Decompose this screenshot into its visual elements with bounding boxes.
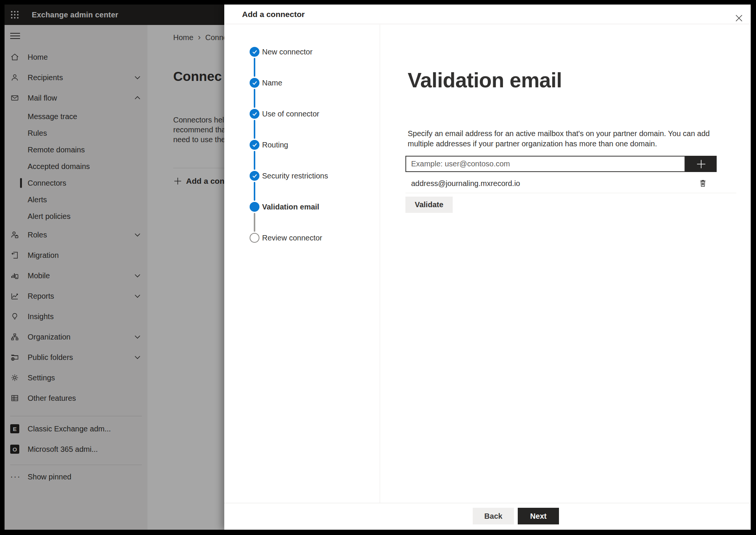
step-connector-line bbox=[254, 151, 255, 170]
step-routing[interactable]: Routing bbox=[224, 140, 380, 150]
next-button[interactable]: Next bbox=[518, 508, 559, 524]
content-divider bbox=[405, 193, 736, 193]
close-icon bbox=[735, 14, 743, 22]
step-use-of-connector[interactable]: Use of connector bbox=[224, 109, 380, 119]
step-connector-line bbox=[254, 120, 255, 139]
plus-icon bbox=[695, 158, 707, 170]
back-button[interactable]: Back bbox=[473, 508, 514, 524]
step-heading: Validation email bbox=[408, 68, 562, 92]
step-new-connector[interactable]: New connector bbox=[224, 47, 380, 57]
app-screen: Exchange admin center Home Recipients Ma… bbox=[5, 5, 751, 530]
step-description: Specify an email address for an active m… bbox=[408, 129, 710, 149]
step-connector-line bbox=[254, 182, 255, 201]
email-address-row: address@journaling.mxrecord.io bbox=[411, 178, 717, 189]
step-todo-icon bbox=[250, 233, 259, 243]
step-validation-email-current[interactable]: Validation email bbox=[224, 202, 380, 212]
step-review-connector[interactable]: Review connector bbox=[224, 233, 380, 243]
step-done-icon bbox=[250, 47, 259, 57]
dialog-footer: Back Next bbox=[224, 503, 751, 530]
step-done-icon bbox=[250, 140, 259, 150]
step-connector-line bbox=[254, 213, 255, 232]
delete-address-button[interactable] bbox=[697, 177, 709, 189]
step-connector-line bbox=[254, 58, 255, 77]
step-done-icon bbox=[250, 78, 259, 88]
step-current-icon bbox=[250, 202, 259, 212]
dialog-header: Add a connector bbox=[224, 5, 751, 24]
add-connector-dialog: Add a connector New connector Name Use o… bbox=[224, 5, 751, 530]
step-security-restrictions[interactable]: Security restrictions bbox=[224, 171, 380, 181]
email-address-value: address@journaling.mxrecord.io bbox=[411, 179, 520, 188]
step-done-icon bbox=[250, 171, 259, 181]
step-connector-line bbox=[254, 89, 255, 108]
stepper-divider bbox=[380, 25, 380, 503]
step-done-icon bbox=[250, 109, 259, 119]
trash-icon bbox=[699, 179, 706, 187]
close-button[interactable] bbox=[733, 12, 745, 24]
validate-button[interactable]: Validate bbox=[405, 197, 453, 213]
dialog-title: Add a connector bbox=[242, 5, 305, 24]
step-name[interactable]: Name bbox=[224, 78, 380, 88]
email-address-input[interactable] bbox=[405, 156, 685, 172]
add-email-button[interactable] bbox=[685, 156, 717, 172]
